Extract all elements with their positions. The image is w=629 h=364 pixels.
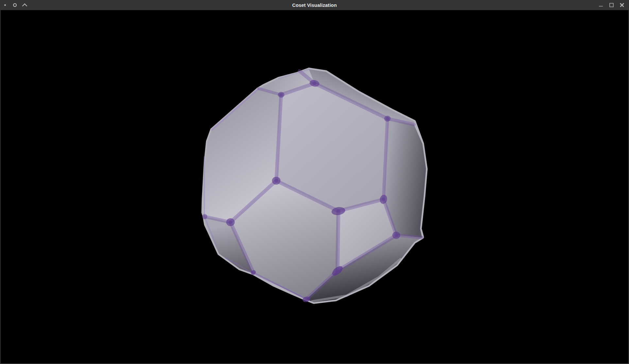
window-title: Coset Visualization: [0, 3, 629, 8]
viewport-3d[interactable]: [0, 10, 629, 364]
close-button[interactable]: [617, 0, 627, 10]
polyhedron-vertex: [202, 214, 207, 219]
polyhedron-vertex: [392, 232, 400, 239]
minimize-button[interactable]: [596, 0, 606, 10]
polyhedron-vertex: [278, 92, 284, 98]
chevron-up-icon[interactable]: [20, 0, 29, 10]
dot-icon[interactable]: [0, 0, 10, 10]
titlebar-left-icons: [0, 0, 29, 10]
polyhedron-vertex: [272, 177, 280, 185]
polyhedron-canvas: [1, 10, 628, 363]
window-controls: [596, 0, 627, 10]
circle-icon[interactable]: [10, 0, 20, 10]
titlebar: Coset Visualization: [0, 0, 629, 10]
polyhedron-edge: [337, 211, 338, 271]
polyhedron-vertex: [226, 218, 235, 226]
app-window: Coset Visualization: [0, 0, 629, 364]
polyhedron-vertex: [384, 116, 391, 122]
maximize-button[interactable]: [606, 0, 617, 10]
